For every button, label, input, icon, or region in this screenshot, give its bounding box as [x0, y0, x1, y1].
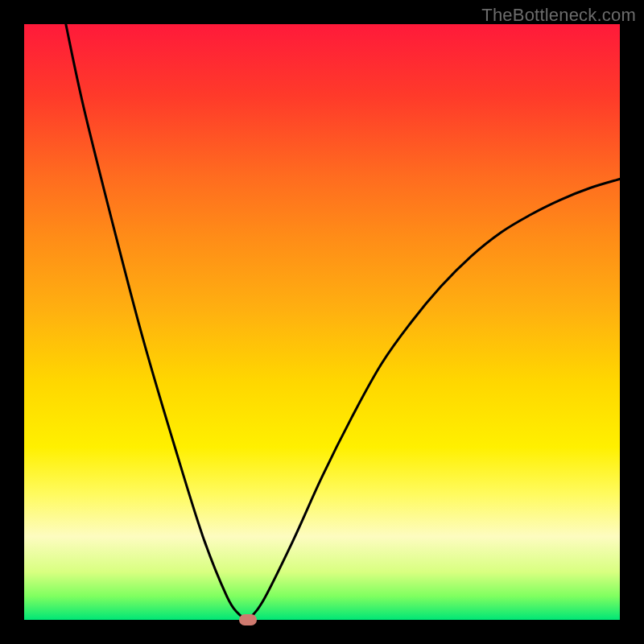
curve-right-branch: [248, 179, 621, 620]
watermark-text: TheBottleneck.com: [481, 5, 636, 26]
curve-left-branch: [66, 24, 248, 620]
min-marker: [239, 614, 257, 625]
chart-frame: TheBottleneck.com: [0, 0, 644, 644]
curve-layer: [24, 24, 620, 620]
plot-area: [24, 24, 620, 620]
